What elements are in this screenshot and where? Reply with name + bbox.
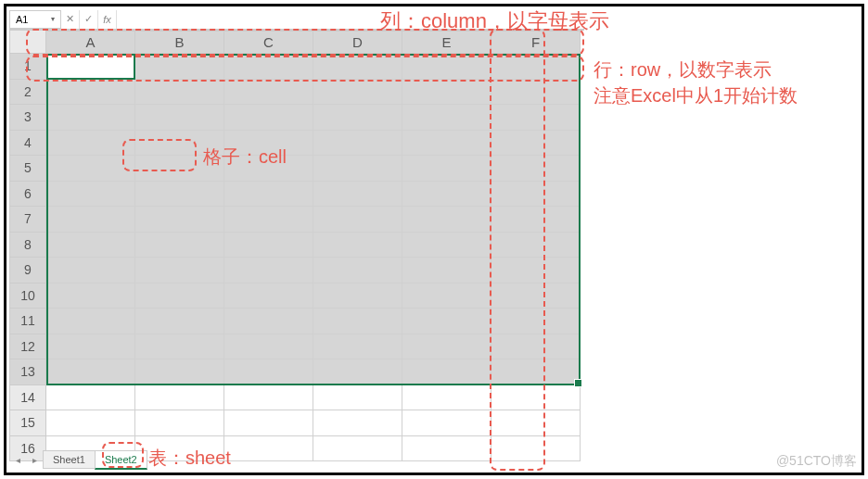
column-header-C[interactable]: C: [224, 31, 313, 54]
cell-A4[interactable]: [46, 131, 135, 157]
cell-B8[interactable]: [135, 233, 224, 258]
fx-icon[interactable]: fx: [98, 10, 117, 29]
cell-F12[interactable]: [491, 334, 581, 360]
cell-E3[interactable]: [402, 105, 491, 131]
cell-B6[interactable]: [135, 182, 224, 208]
row-header-14[interactable]: 14: [9, 385, 46, 411]
cell-B7[interactable]: [135, 207, 224, 233]
cell-C13[interactable]: [224, 359, 313, 385]
cell-E16[interactable]: [402, 436, 491, 462]
cell-D1[interactable]: [313, 54, 402, 80]
cell-D12[interactable]: [313, 334, 402, 360]
cell-E7[interactable]: [402, 207, 491, 233]
sheet-tab-2[interactable]: Sheet2: [95, 450, 147, 470]
cell-A7[interactable]: [46, 207, 135, 233]
cell-C5[interactable]: [224, 156, 313, 182]
cancel-formula-icon[interactable]: ✕: [61, 10, 80, 29]
cell-B11[interactable]: [135, 309, 224, 334]
cell-A3[interactable]: [46, 105, 135, 131]
cell-E10[interactable]: [402, 284, 491, 309]
cell-B10[interactable]: [135, 284, 224, 309]
cell-B3[interactable]: [135, 105, 224, 131]
select-all-corner[interactable]: [9, 30, 46, 54]
cell-B2[interactable]: [135, 80, 224, 106]
name-box[interactable]: A1 ▾: [9, 10, 61, 29]
cell-F9[interactable]: [491, 258, 581, 284]
cell-A2[interactable]: [46, 80, 135, 106]
cell-B1[interactable]: [135, 54, 224, 80]
cell-C9[interactable]: [224, 258, 313, 284]
cell-C1[interactable]: [224, 54, 313, 80]
row-header-10[interactable]: 10: [9, 284, 46, 309]
cell-C11[interactable]: [224, 309, 313, 334]
cell-A15[interactable]: [46, 410, 135, 436]
cell-F15[interactable]: [491, 410, 581, 436]
cell-D14[interactable]: [313, 385, 402, 411]
cell-F10[interactable]: [491, 284, 581, 309]
cell-A6[interactable]: [46, 182, 135, 208]
cell-A12[interactable]: [46, 334, 135, 360]
cell-E1[interactable]: [402, 54, 491, 80]
cell-A5[interactable]: [46, 156, 135, 182]
cell-C14[interactable]: [224, 385, 313, 411]
cell-A9[interactable]: [46, 258, 135, 284]
cell-B5[interactable]: [135, 156, 224, 182]
cell-D8[interactable]: [313, 233, 402, 258]
cell-C2[interactable]: [224, 80, 313, 106]
cell-C16[interactable]: [224, 436, 313, 462]
column-header-B[interactable]: B: [135, 31, 224, 54]
cell-F13[interactable]: [491, 359, 581, 385]
cell-F1[interactable]: [491, 54, 581, 80]
cell-D11[interactable]: [313, 309, 402, 334]
cell-C6[interactable]: [224, 182, 313, 208]
column-header-A[interactable]: A: [46, 31, 135, 54]
cell-A1[interactable]: [46, 54, 135, 80]
cell-D6[interactable]: [313, 182, 402, 208]
cell-E14[interactable]: [402, 385, 491, 411]
cell-D3[interactable]: [313, 105, 402, 131]
cell-C15[interactable]: [224, 410, 313, 436]
cell-E5[interactable]: [402, 156, 491, 182]
cell-D5[interactable]: [313, 156, 402, 182]
cell-C8[interactable]: [224, 233, 313, 258]
cell-B4[interactable]: [135, 131, 224, 157]
cell-A13[interactable]: [46, 359, 135, 385]
row-header-3[interactable]: 3: [9, 105, 46, 131]
row-header-7[interactable]: 7: [9, 207, 46, 233]
sheet-tab-1[interactable]: Sheet1: [43, 450, 96, 469]
row-header-11[interactable]: 11: [9, 309, 46, 334]
cell-C4[interactable]: [224, 131, 313, 157]
cell-E6[interactable]: [402, 182, 491, 208]
cell-B14[interactable]: [135, 385, 224, 411]
cell-F11[interactable]: [491, 309, 581, 334]
row-header-9[interactable]: 9: [9, 258, 46, 284]
row-header-6[interactable]: 6: [9, 182, 46, 208]
cell-D10[interactable]: [313, 284, 402, 309]
row-header-5[interactable]: 5: [9, 156, 46, 182]
cell-E13[interactable]: [402, 359, 491, 385]
cell-D9[interactable]: [313, 258, 402, 284]
cell-F7[interactable]: [491, 207, 581, 233]
tab-nav-next-icon[interactable]: ▸: [26, 455, 43, 465]
cell-C10[interactable]: [224, 284, 313, 309]
cell-F5[interactable]: [491, 156, 581, 182]
cell-A8[interactable]: [46, 233, 135, 258]
row-header-4[interactable]: 4: [9, 131, 46, 157]
column-header-D[interactable]: D: [313, 31, 402, 54]
row-header-13[interactable]: 13: [9, 359, 46, 385]
row-header-12[interactable]: 12: [9, 334, 46, 360]
cell-A14[interactable]: [46, 385, 135, 411]
formula-input[interactable]: [117, 10, 584, 29]
cell-D13[interactable]: [313, 359, 402, 385]
cell-E2[interactable]: [402, 80, 491, 106]
cell-D16[interactable]: [313, 436, 402, 462]
cell-C12[interactable]: [224, 334, 313, 360]
cell-D7[interactable]: [313, 207, 402, 233]
cell-E12[interactable]: [402, 334, 491, 360]
cell-F2[interactable]: [491, 80, 581, 106]
cell-F4[interactable]: [491, 131, 581, 157]
column-header-E[interactable]: E: [402, 31, 491, 54]
accept-formula-icon[interactable]: ✓: [80, 10, 98, 29]
cell-E11[interactable]: [402, 309, 491, 334]
row-header-8[interactable]: 8: [9, 233, 46, 258]
